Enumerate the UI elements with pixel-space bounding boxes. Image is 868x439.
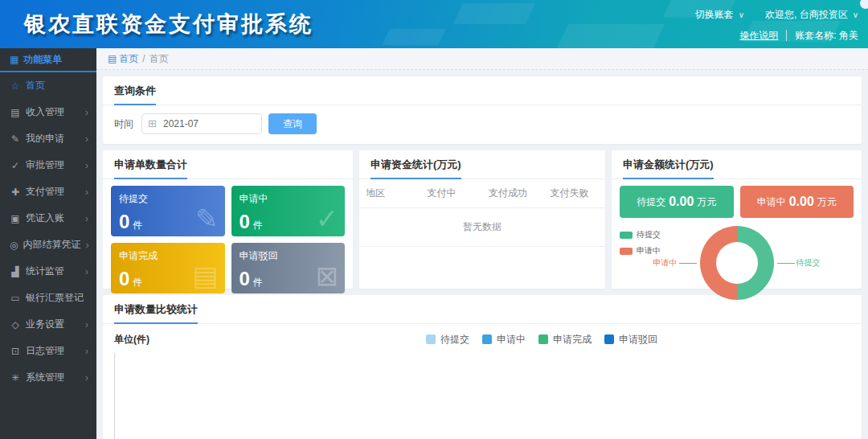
- comparison-panel-title: 申请数量比较统计: [114, 302, 198, 324]
- breadcrumb-current: 首页: [149, 52, 169, 66]
- operation-guide-link[interactable]: 操作说明: [739, 29, 778, 43]
- sidebar-item-label: 支付管理: [26, 185, 80, 199]
- sidebar-item-my-applications[interactable]: ✎ 我的申请 ›: [0, 125, 96, 152]
- sidebar-item-label: 首页: [26, 79, 88, 92]
- sidebar-item-label: 日志管理: [26, 344, 80, 358]
- badge-pending-submit-amount[interactable]: 待提交 0.00 万元: [620, 186, 734, 218]
- application-count-panel: 申请单数量合计 待提交 0件 ✎ 申请中 0件 ✓: [103, 150, 353, 289]
- chevron-right-icon: ›: [85, 265, 88, 277]
- chevron-down-icon[interactable]: ∨: [739, 10, 744, 19]
- gear-icon: ✳: [10, 372, 21, 384]
- sidebar-item-home[interactable]: ☆ 首页: [0, 72, 96, 99]
- stat-card-value: 0: [240, 268, 250, 289]
- sidebar-item-system-mgmt[interactable]: ✳ 系统管理 ›: [0, 364, 96, 391]
- settlement-icon: ◎: [10, 240, 18, 251]
- plus-icon: ✚: [10, 187, 21, 198]
- column-header-region: 地区: [359, 179, 421, 207]
- sidebar-item-approval-mgmt[interactable]: ✓ 审批管理 ›: [0, 152, 96, 178]
- header-decoration: [382, 29, 445, 45]
- stat-card-in-application[interactable]: 申请中 0件 ✓: [231, 186, 346, 236]
- chevron-right-icon: ›: [85, 345, 88, 357]
- badge-unit: 万元: [817, 195, 837, 209]
- badge-label: 申请中: [757, 195, 786, 209]
- legend-swatch: [482, 334, 492, 344]
- log-edit-icon: ⊡: [10, 346, 21, 357]
- donut-hole: [716, 242, 758, 284]
- welcome-user-dropdown[interactable]: 欢迎您, 台商投资区: [765, 8, 848, 22]
- stat-card-value: 0: [240, 211, 250, 232]
- donut-label-left: 申请中: [653, 257, 697, 269]
- column-header-pay-success: 支付成功: [482, 179, 544, 207]
- donut-chart[interactable]: [700, 226, 774, 300]
- stat-card-unit: 件: [133, 220, 142, 231]
- edit-document-icon: ✎: [195, 203, 219, 235]
- home-star-icon: ☆: [10, 80, 21, 92]
- sidebar-item-internal-settlement[interactable]: ◎ 内部结算凭证 ›: [0, 232, 96, 258]
- switch-account-dropdown[interactable]: 切换账套: [695, 8, 734, 22]
- comparison-chart-panel: 申请数量比较统计 单位(件) 待提交 申请中 申请完成 申请驳回: [103, 295, 862, 439]
- breadcrumb-separator: /: [142, 53, 145, 64]
- sidebar-item-voucher-entry[interactable]: ▣ 凭证入账 ›: [0, 205, 96, 232]
- sidebar-item-bank-draft-registration[interactable]: ▭ 银行汇票登记: [0, 285, 96, 311]
- stat-card-rejected[interactable]: 申请驳回 0件 ⊠: [231, 243, 346, 293]
- calendar-icon: ⊞: [148, 117, 157, 129]
- bank-draft-icon: ▭: [10, 293, 21, 304]
- month-picker-input[interactable]: [141, 113, 262, 134]
- legend-swatch-applying: [620, 248, 633, 255]
- legend-label: 申请中: [637, 245, 661, 256]
- query-panel-title: 查询条件: [114, 84, 156, 105]
- chevron-down-icon[interactable]: ∨: [853, 10, 858, 19]
- search-button[interactable]: 查询: [268, 113, 317, 134]
- chevron-right-icon: ›: [85, 371, 88, 384]
- sidebar-item-income-mgmt[interactable]: ▤ 收入管理 ›: [0, 99, 96, 125]
- sidebar-item-payment-mgmt[interactable]: ✚ 支付管理 ›: [0, 178, 96, 205]
- chevron-right-icon: ›: [85, 318, 88, 330]
- amount-statistics-panel: 申请金额统计(万元) 待提交 0.00 万元 申请中 0.00: [612, 150, 862, 289]
- legend-swatch: [538, 334, 548, 344]
- sidebar-item-label: 凭证入账: [26, 211, 80, 225]
- badge-value: 0.00: [669, 195, 694, 209]
- column-header-pay-failed: 支付失败: [544, 179, 606, 207]
- legend-item[interactable]: 申请中: [482, 333, 526, 347]
- chevron-right-icon: ›: [85, 133, 88, 145]
- document-icon: ▤: [192, 260, 218, 292]
- sidebar-item-label: 业务设置: [26, 318, 80, 331]
- breadcrumb-home[interactable]: ▤ 首页: [108, 52, 138, 66]
- sidebar-item-label: 我的申请: [26, 132, 80, 146]
- badge-in-application-amount[interactable]: 申请中 0.00 万元: [740, 186, 854, 218]
- sidebar-item-label: 审批管理: [26, 158, 80, 172]
- bar-chart-icon: ▟: [10, 266, 21, 277]
- home-doc-icon: ▤: [108, 53, 117, 64]
- sidebar-item-label: 收入管理: [26, 105, 80, 119]
- stat-card-pending-submit[interactable]: 待提交 0件 ✎: [111, 186, 225, 236]
- stat-card-unit: 件: [253, 220, 263, 231]
- legend-item[interactable]: 申请驳回: [604, 333, 657, 347]
- sidebar-item-log-mgmt[interactable]: ⊡ 日志管理 ›: [0, 338, 96, 364]
- stat-card-completed[interactable]: 申请完成 0件 ▤: [111, 243, 225, 293]
- badge-value: 0.00: [789, 195, 814, 209]
- sidebar: ▦ 功能菜单 ☆ 首页 ▤ 收入管理 › ✎ 我的申请 › ✓ 审批管理 › ✚…: [0, 48, 96, 439]
- legend-item[interactable]: 待提交: [426, 333, 469, 347]
- list-check-icon: ✓: [316, 203, 339, 235]
- legend-item[interactable]: 申请完成: [538, 333, 592, 347]
- legend-label: 待提交: [637, 229, 661, 240]
- stat-card-value: 0: [119, 268, 129, 289]
- chevron-right-icon: ›: [85, 186, 88, 198]
- badge-unit: 万元: [697, 195, 716, 209]
- badge-label: 待提交: [637, 195, 665, 209]
- empty-data-text: 暂无数据: [359, 208, 605, 247]
- sidebar-item-label: 系统管理: [26, 371, 80, 384]
- briefcase-icon: ▣: [10, 213, 21, 224]
- sidebar-item-statistics-supervision[interactable]: ▟ 统计监管 ›: [0, 258, 96, 285]
- stat-card-unit: 件: [253, 277, 263, 288]
- sidebar-item-label: 统计监管: [26, 265, 80, 278]
- sidebar-item-business-settings[interactable]: ◇ 业务设置 ›: [0, 311, 96, 338]
- chevron-right-icon: ›: [85, 159, 88, 171]
- chevron-right-icon: ›: [85, 106, 88, 118]
- fund-statistics-panel: 申请资金统计(万元) 地区 支付中 支付成功 支付失败 暂无数据: [359, 150, 605, 289]
- document-icon: ▤: [10, 107, 21, 118]
- header-decoration: [557, 24, 665, 48]
- breadcrumb: ▤ 首页 / 首页: [96, 48, 868, 70]
- pencil-icon: ✎: [10, 133, 21, 145]
- donut-label-right: 待提交: [777, 257, 821, 269]
